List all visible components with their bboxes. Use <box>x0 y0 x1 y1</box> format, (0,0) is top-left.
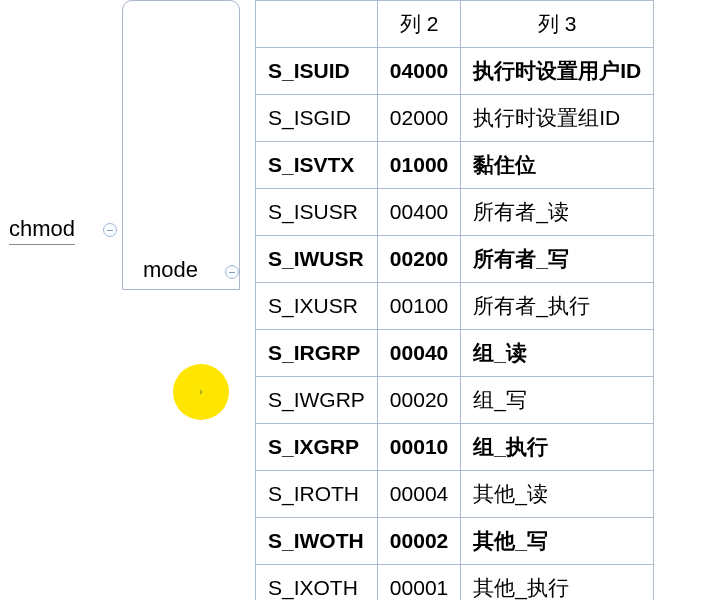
mode-constants-table: 列 2 列 3 S_ISUID04000执行时设置用户IDS_ISGID0200… <box>255 0 654 600</box>
table-row: S_ISGID02000执行时设置组ID <box>256 95 654 142</box>
table-cell: 00004 <box>377 471 460 518</box>
expand-icon[interactable]: – <box>225 265 239 279</box>
table-cell: 所有者_写 <box>461 236 654 283</box>
table-cell: 00020 <box>377 377 460 424</box>
table-row: S_IWUSR00200所有者_写 <box>256 236 654 283</box>
table-cell: 04000 <box>377 48 460 95</box>
table-cell: S_IRGRP <box>256 330 378 377</box>
table-cell: 执行时设置用户ID <box>461 48 654 95</box>
expand-icon[interactable]: – <box>103 223 117 237</box>
table-row: S_IWGRP00020组_写 <box>256 377 654 424</box>
table-cell: 00001 <box>377 565 460 601</box>
table-cell: 其他_写 <box>461 518 654 565</box>
table-cell: S_IXUSR <box>256 283 378 330</box>
table-row: S_IRGRP00040组_读 <box>256 330 654 377</box>
table-row: S_IROTH00004其他_读 <box>256 471 654 518</box>
table-cell: 组_读 <box>461 330 654 377</box>
table-header: 列 3 <box>461 1 654 48</box>
table-cell: 00010 <box>377 424 460 471</box>
table-row: S_ISVTX01000黏住位 <box>256 142 654 189</box>
table-row: S_IXGRP00010组_执行 <box>256 424 654 471</box>
mindmap-node-label: mode <box>143 257 198 283</box>
table-row: S_IXOTH00001其他_执行 <box>256 565 654 601</box>
table-cell: 其他_读 <box>461 471 654 518</box>
table-cell: 01000 <box>377 142 460 189</box>
table-header: 列 2 <box>377 1 460 48</box>
table-cell: 组_执行 <box>461 424 654 471</box>
table-cell: 02000 <box>377 95 460 142</box>
table-cell: 00040 <box>377 330 460 377</box>
table-cell: S_ISVTX <box>256 142 378 189</box>
table-cell: 组_写 <box>461 377 654 424</box>
table-cell: 00002 <box>377 518 460 565</box>
table-cell: S_IXGRP <box>256 424 378 471</box>
table-row: S_ISUID04000执行时设置用户ID <box>256 48 654 95</box>
table-cell: S_IROTH <box>256 471 378 518</box>
table-cell: 00400 <box>377 189 460 236</box>
table-cell: S_ISUSR <box>256 189 378 236</box>
table-cell: 00200 <box>377 236 460 283</box>
table-cell: S_IWUSR <box>256 236 378 283</box>
cursor-highlight-icon <box>173 364 229 420</box>
table-cell: S_IWOTH <box>256 518 378 565</box>
table-cell: 所有者_读 <box>461 189 654 236</box>
table-cell: 其他_执行 <box>461 565 654 601</box>
table-cell: 所有者_执行 <box>461 283 654 330</box>
table-header <box>256 1 378 48</box>
mindmap-root-chmod[interactable]: chmod <box>9 216 75 245</box>
table-header-row: 列 2 列 3 <box>256 1 654 48</box>
table-cell: S_IWGRP <box>256 377 378 424</box>
table-cell: S_IXOTH <box>256 565 378 601</box>
table-row: S_IWOTH00002其他_写 <box>256 518 654 565</box>
table-cell: 黏住位 <box>461 142 654 189</box>
table-cell: 执行时设置组ID <box>461 95 654 142</box>
table-row: S_ISUSR00400所有者_读 <box>256 189 654 236</box>
table-cell: S_ISUID <box>256 48 378 95</box>
table-row: S_IXUSR00100所有者_执行 <box>256 283 654 330</box>
mindmap-node-mode[interactable]: mode <box>122 0 240 290</box>
table-cell: 00100 <box>377 283 460 330</box>
table-cell: S_ISGID <box>256 95 378 142</box>
